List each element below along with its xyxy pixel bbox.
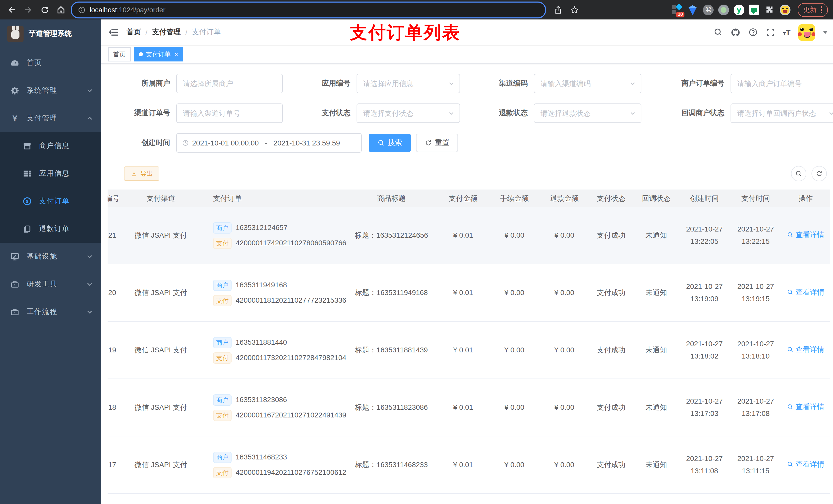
refund-status-select[interactable] bbox=[534, 103, 641, 123]
sidebar-item-workflow[interactable]: 工作流程 bbox=[0, 298, 101, 326]
gear-icon bbox=[10, 86, 20, 95]
refresh-button[interactable] bbox=[811, 166, 827, 181]
extensions-puzzle-icon[interactable] bbox=[764, 4, 775, 15]
dashboard-icon bbox=[10, 58, 20, 68]
recorder-extension-icon[interactable] bbox=[718, 4, 729, 15]
bookmark-star-icon[interactable] bbox=[568, 3, 581, 16]
sidebar-item-dev-tools[interactable]: 研发工具 bbox=[0, 270, 101, 298]
channel-order-no-field[interactable] bbox=[176, 103, 283, 123]
notify-status-select[interactable] bbox=[731, 103, 833, 123]
browser-forward-icon[interactable] bbox=[22, 3, 35, 16]
search-icon[interactable] bbox=[713, 27, 723, 37]
search-button[interactable]: 搜索 bbox=[369, 134, 411, 152]
pay-status-select[interactable] bbox=[357, 103, 460, 123]
help-icon[interactable] bbox=[748, 27, 758, 37]
export-button[interactable]: 导出 bbox=[124, 166, 159, 181]
view-detail-link[interactable]: 查看详情 bbox=[787, 230, 824, 240]
sidebar-item-system[interactable]: 系统管理 bbox=[0, 77, 101, 104]
breadcrumb-payment[interactable]: 支付管理 bbox=[152, 28, 181, 37]
workspace-extension-icon[interactable]: 10 bbox=[671, 4, 682, 15]
y-extension-icon[interactable]: y bbox=[734, 4, 744, 15]
cell-create-time: 2021-10-2713:18:02 bbox=[679, 338, 730, 362]
browser-update-button[interactable]: 更新 bbox=[798, 3, 828, 17]
sidebar-item-payment[interactable]: ¥ 支付管理 bbox=[0, 104, 101, 132]
view-detail-link[interactable]: 查看详情 bbox=[787, 459, 824, 470]
font-size-icon[interactable]: тT bbox=[783, 28, 790, 37]
close-icon[interactable]: × bbox=[175, 51, 178, 57]
cell-pay-status: 支付成功 bbox=[589, 287, 634, 298]
table-body: 21 微信 JSAPI 支付 商户 1635312124657 支付 42000… bbox=[108, 207, 830, 504]
tag-pay-order[interactable]: 支付订单 × bbox=[134, 47, 183, 62]
tag-home[interactable]: 首页 bbox=[108, 47, 130, 62]
sidebar-item-infrastructure[interactable]: 基础设施 bbox=[0, 243, 101, 270]
view-detail-link[interactable]: 查看详情 bbox=[787, 287, 824, 297]
emoji-profile-icon[interactable] bbox=[780, 4, 790, 15]
sidebar-item-merchant-info[interactable]: 商户信息 bbox=[0, 132, 101, 160]
app-select[interactable] bbox=[357, 74, 460, 93]
table-toolbar: 导出 bbox=[101, 163, 833, 181]
sidebar-item-home[interactable]: 首页 bbox=[0, 49, 101, 77]
toggle-search-button[interactable] bbox=[791, 166, 806, 181]
date-start[interactable]: 2021-10-01 00:00:00 bbox=[192, 139, 259, 147]
merchant-select[interactable] bbox=[176, 74, 283, 93]
pay-order-no: 4200001173202110272847982104 bbox=[236, 352, 346, 363]
app-input[interactable] bbox=[362, 79, 445, 88]
view-detail-link[interactable]: 查看详情 bbox=[787, 402, 824, 412]
cell-pay-status: 支付成功 bbox=[589, 345, 634, 356]
browser-home-icon[interactable] bbox=[54, 3, 68, 16]
gem-extension-icon[interactable] bbox=[687, 4, 698, 15]
pay-status-input[interactable] bbox=[362, 109, 445, 118]
sidebar-item-pay-order[interactable]: ¥ 支付订单 bbox=[0, 188, 101, 215]
channel-code-select[interactable] bbox=[534, 74, 641, 93]
command-extension-icon[interactable]: ⌘ bbox=[703, 4, 714, 15]
reset-button[interactable]: 重置 bbox=[416, 134, 458, 152]
merchant-input[interactable] bbox=[182, 79, 277, 88]
merchant-order-no-input[interactable] bbox=[736, 79, 833, 88]
table-row: 18 微信 JSAPI 支付 商户 1635311823086 支付 42000… bbox=[108, 379, 830, 436]
cell-pay-time: 2021-10-2713:18:10 bbox=[730, 338, 781, 362]
avatar-caret-icon[interactable] bbox=[823, 31, 828, 34]
channel-code-input[interactable] bbox=[540, 79, 626, 88]
share-icon[interactable] bbox=[551, 3, 565, 16]
cell-channel: 微信 JSAPI 支付 bbox=[130, 459, 192, 470]
cell-title: 标题：1635312124656 bbox=[345, 230, 437, 241]
chevron-down-icon bbox=[87, 88, 93, 94]
chat-extension-icon[interactable] bbox=[749, 5, 759, 15]
browser-back-icon[interactable] bbox=[5, 3, 19, 16]
view-detail-link[interactable]: 查看详情 bbox=[787, 344, 824, 355]
refund-status-input[interactable] bbox=[540, 109, 626, 118]
svg-text:¥: ¥ bbox=[26, 199, 29, 204]
date-range-picker[interactable]: 2021-10-01 00:00:00 - 2021-10-31 23:59:5… bbox=[176, 133, 362, 153]
cell-action: 查看详情 bbox=[781, 402, 830, 413]
browser-reload-icon[interactable] bbox=[38, 3, 51, 16]
sidebar-item-refund-order[interactable]: 退款订单 bbox=[0, 215, 101, 243]
merchant-badge: 商户 bbox=[213, 280, 232, 291]
table-row: 21 微信 JSAPI 支付 商户 1635312124657 支付 42000… bbox=[108, 207, 830, 264]
channel-order-no-input[interactable] bbox=[182, 109, 277, 118]
chevron-down-icon bbox=[629, 80, 636, 87]
cell-amount: ¥ 0.01 bbox=[437, 287, 489, 298]
user-avatar[interactable] bbox=[798, 24, 815, 41]
notify-status-input[interactable] bbox=[736, 109, 825, 118]
fullscreen-icon[interactable] bbox=[766, 27, 776, 37]
sidebar-item-app-info[interactable]: 应用信息 bbox=[0, 160, 101, 188]
filter-refund-status: 退款状态 bbox=[481, 103, 641, 123]
breadcrumb-home[interactable]: 首页 bbox=[126, 28, 141, 37]
chevron-down-icon bbox=[87, 309, 93, 315]
date-end[interactable]: 2021-10-31 23:59:59 bbox=[273, 139, 340, 147]
address-bar[interactable]: localhost:1024/pay/order bbox=[71, 1, 546, 18]
url-text: localhost:1024/pay/order bbox=[90, 6, 165, 14]
cell-title: 标题：1635311881439 bbox=[345, 345, 437, 356]
browser-menu-icon[interactable] bbox=[821, 6, 822, 13]
cell-pay-order: 商户 1635311823086 支付 42000011672021102710… bbox=[192, 390, 345, 425]
site-info-icon[interactable] bbox=[78, 6, 86, 14]
cell-action: 查看详情 bbox=[781, 459, 830, 471]
github-icon[interactable] bbox=[731, 27, 740, 37]
cell-amount: ¥ 0.01 bbox=[437, 230, 489, 241]
pay-order-no: 4200001174202110278060590766 bbox=[236, 238, 346, 248]
pay-order-icon: ¥ bbox=[23, 197, 32, 206]
browser-chrome: localhost:1024/pay/order 10 ⌘ y bbox=[0, 0, 833, 20]
merchant-order-no-field[interactable] bbox=[731, 74, 833, 93]
table-row: 20 微信 JSAPI 支付 商户 1635311949168 支付 42000… bbox=[108, 264, 830, 322]
hamburger-icon[interactable] bbox=[108, 27, 119, 38]
